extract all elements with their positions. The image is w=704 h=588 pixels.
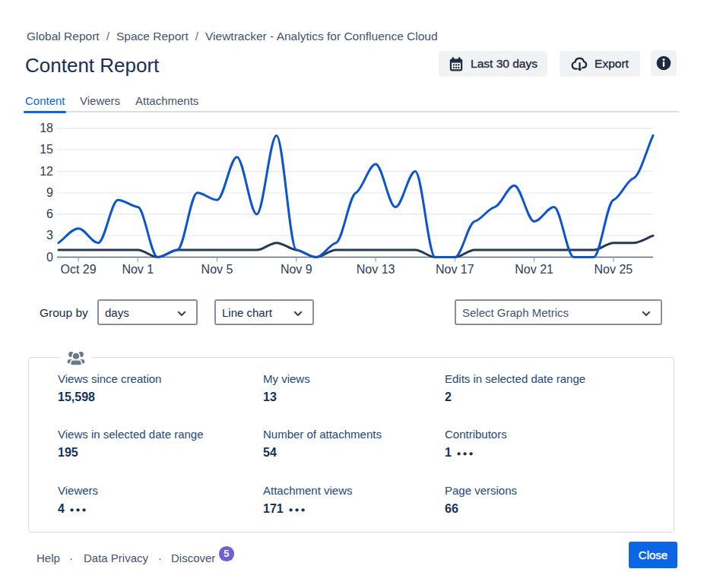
svg-text:18: 18 bbox=[40, 122, 53, 134]
svg-text:12: 12 bbox=[40, 165, 53, 178]
svg-text:3: 3 bbox=[46, 229, 53, 242]
svg-text:Nov 25: Nov 25 bbox=[595, 263, 633, 276]
svg-text:15: 15 bbox=[40, 143, 53, 156]
svg-text:Nov 21: Nov 21 bbox=[515, 263, 553, 276]
svg-text:Nov 9: Nov 9 bbox=[281, 263, 312, 276]
svg-text:Nov 17: Nov 17 bbox=[436, 263, 474, 276]
svg-text:0: 0 bbox=[46, 251, 53, 264]
svg-text:9: 9 bbox=[46, 186, 53, 199]
svg-text:Oct 29: Oct 29 bbox=[61, 263, 97, 276]
svg-text:Nov 13: Nov 13 bbox=[357, 263, 395, 276]
svg-text:Nov 1: Nov 1 bbox=[122, 263, 154, 276]
svg-text:6: 6 bbox=[46, 207, 53, 220]
svg-text:Nov 5: Nov 5 bbox=[201, 263, 233, 276]
